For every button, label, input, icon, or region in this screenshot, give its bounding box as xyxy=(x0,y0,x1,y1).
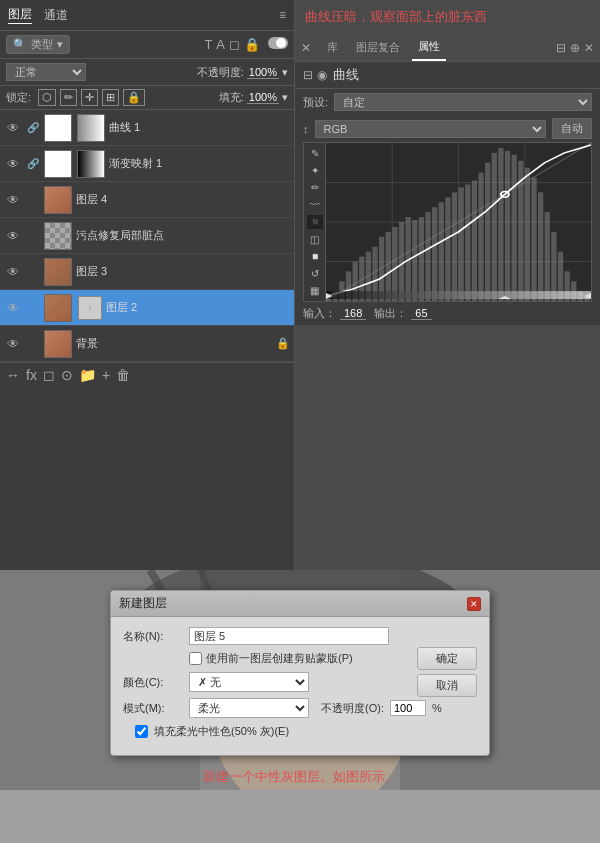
opacity-value[interactable]: 100% xyxy=(247,66,279,79)
curve-area: ✎ ✦ ✏ 〰 ◾ ◫ ◽ ↺ ▦ xyxy=(295,142,600,302)
layer-name-4: 图层 4 xyxy=(76,192,290,207)
lock-artboard-icon[interactable]: ⊞ xyxy=(102,89,119,106)
tab-properties[interactable]: 属性 xyxy=(412,34,446,61)
spacer xyxy=(26,337,40,351)
curve-tools: ✎ ✦ ✏ 〰 ◾ ◫ ◽ ↺ ▦ xyxy=(304,143,326,301)
filter-icon-T[interactable]: T xyxy=(204,37,212,52)
tool-eyedropper[interactable]: ✎ xyxy=(307,147,323,160)
auto-btn[interactable]: 自动 xyxy=(552,118,592,139)
layers-menu-icon[interactable]: ≡ xyxy=(279,8,286,22)
channel-select[interactable]: RGB xyxy=(315,120,547,138)
layer-thumb-3 xyxy=(44,258,72,286)
props-close[interactable]: ✕ xyxy=(584,41,594,55)
dialog-name-input[interactable] xyxy=(189,627,389,645)
input-label: 输入： xyxy=(303,306,336,321)
tool-histogram[interactable]: ▦ xyxy=(307,284,323,297)
tool-smooth[interactable]: 〰 xyxy=(307,198,323,211)
dialog-mode-select[interactable]: 柔光 xyxy=(189,698,309,718)
tool-white-point[interactable]: ◽ xyxy=(307,250,323,263)
link-icon: 🔗 xyxy=(26,157,40,171)
bottom-section: 新建图层 ✕ 确定 取消 名称(N): 使用前一图层创建剪贴蒙版(P) 颜色(C… xyxy=(0,570,600,843)
svg-rect-41 xyxy=(551,232,556,301)
search-wrap[interactable]: 🔍 类型 ▾ xyxy=(6,35,70,54)
annotation-bottom: 新建一个中性灰图层。如图所示。 xyxy=(203,768,398,786)
dialog-name-row: 名称(N): xyxy=(123,627,477,645)
new-layer-btn[interactable]: + xyxy=(102,367,110,383)
filter-icon-shape[interactable]: ◻ xyxy=(229,37,240,52)
dialog-fill-checkbox[interactable] xyxy=(135,725,148,738)
svg-rect-37 xyxy=(525,168,530,301)
group-btn[interactable]: 📁 xyxy=(79,367,96,383)
dialog-color-select[interactable]: ✗ 无 xyxy=(189,672,309,692)
layer-thumb-2 xyxy=(44,294,72,322)
mask-btn[interactable]: ◻ xyxy=(43,367,55,383)
fx-btn[interactable]: fx xyxy=(26,367,37,383)
lock-move-icon[interactable]: ✛ xyxy=(81,89,98,106)
link-icon: 🔗 xyxy=(26,121,40,135)
eye-icon[interactable]: 👁 xyxy=(4,335,22,353)
lock-transparent-icon[interactable]: ⬡ xyxy=(38,89,56,106)
layer-row-3[interactable]: 👁 图层 3 xyxy=(0,254,294,290)
eye-icon[interactable]: 👁 xyxy=(4,263,22,281)
layer-name-spotfix: 污点修复局部脏点 xyxy=(76,228,290,243)
dialog-opacity-unit: % xyxy=(432,702,442,714)
curve-canvas: ✎ ✦ ✏ 〰 ◾ ◫ ◽ ↺ ▦ xyxy=(303,142,592,302)
svg-rect-29 xyxy=(472,181,477,301)
props-icon-adj: ◉ xyxy=(317,68,327,82)
props-icon2[interactable]: ⊕ xyxy=(570,41,580,55)
tab-library[interactable]: 库 xyxy=(321,34,344,61)
eye-icon[interactable]: 👁 xyxy=(4,191,22,209)
dialog-close-btn[interactable]: ✕ xyxy=(467,597,481,611)
svg-rect-23 xyxy=(432,207,437,301)
preset-row: 预设: 自定 xyxy=(295,89,600,115)
tab-layer-comps[interactable]: 图层复合 xyxy=(350,34,406,61)
dialog-ok-btn[interactable]: 确定 xyxy=(417,647,477,670)
dialog-opacity-input[interactable] xyxy=(390,700,426,716)
svg-rect-16 xyxy=(386,232,391,301)
eye-icon[interactable]: 👁 xyxy=(4,155,22,173)
tool-black-point[interactable]: ◾ xyxy=(307,215,323,228)
layer-row-curves1[interactable]: 👁 🔗 曲线 1 xyxy=(0,110,294,146)
layer-mask-2: I xyxy=(78,296,102,320)
panel-expand-icon[interactable]: ✕ xyxy=(301,41,311,55)
layer-row-bg[interactable]: 👁 背景 🔒 xyxy=(0,326,294,362)
filter-toggle[interactable] xyxy=(268,37,288,49)
lock-all-icon[interactable]: 🔒 xyxy=(123,89,145,106)
delete-layer-btn[interactable]: 🗑 xyxy=(116,367,130,383)
tool-reset[interactable]: ↺ xyxy=(307,267,323,280)
props-icon1[interactable]: ⊟ xyxy=(556,41,566,55)
blend-opacity-row: 正常 不透明度: 100% ▾ xyxy=(0,59,294,86)
layer-row-4[interactable]: 👁 图层 4 xyxy=(0,182,294,218)
input-value[interactable]: 168 xyxy=(340,307,366,320)
layer-row-gradmap1[interactable]: 👁 🔗 渐变映射 1 xyxy=(0,146,294,182)
link-layers-btn[interactable]: ↔ xyxy=(6,367,20,383)
tool-point[interactable]: ✦ xyxy=(307,164,323,177)
opacity-dropdown[interactable]: ▾ xyxy=(282,66,288,79)
svg-rect-17 xyxy=(392,227,397,301)
svg-rect-21 xyxy=(419,217,424,301)
filter-icon-A[interactable]: A xyxy=(216,37,225,52)
preset-select[interactable]: 自定 xyxy=(334,93,592,111)
filter-icon-lock[interactable]: 🔒 xyxy=(244,37,260,52)
eye-icon[interactable]: 👁 xyxy=(4,299,22,317)
blend-mode-select[interactable]: 正常 xyxy=(6,63,86,81)
fill-dropdown[interactable]: ▾ xyxy=(282,91,288,104)
properties-panel: ✕ 库 图层复合 属性 ⊟ ⊕ ✕ ⊟ ◉ 曲线 预设: 自定 xyxy=(295,34,600,325)
fill-value[interactable]: 100% xyxy=(247,91,279,104)
layer-name-gradmap1: 渐变映射 1 xyxy=(109,156,290,171)
lock-label: 锁定: xyxy=(6,90,31,105)
layer-row-2[interactable]: 👁 I 图层 2 xyxy=(0,290,294,326)
output-value[interactable]: 65 xyxy=(411,307,431,320)
eye-icon[interactable]: 👁 xyxy=(4,227,22,245)
layer-row-spotfix[interactable]: 👁 污点修复局部脏点 xyxy=(0,218,294,254)
dialog-clipping-checkbox[interactable] xyxy=(189,652,202,665)
dialog-cancel-btn[interactable]: 取消 xyxy=(417,674,477,697)
lock-paint-icon[interactable]: ✏ xyxy=(60,89,77,106)
tab-channels[interactable]: 通道 xyxy=(44,7,68,24)
adjustment-btn[interactable]: ⊙ xyxy=(61,367,73,383)
tool-gray-point[interactable]: ◫ xyxy=(307,233,323,246)
tool-pencil[interactable]: ✏ xyxy=(307,181,323,194)
tab-layers[interactable]: 图层 xyxy=(8,6,32,24)
eye-icon[interactable]: 👁 xyxy=(4,119,22,137)
svg-rect-18 xyxy=(399,222,404,301)
